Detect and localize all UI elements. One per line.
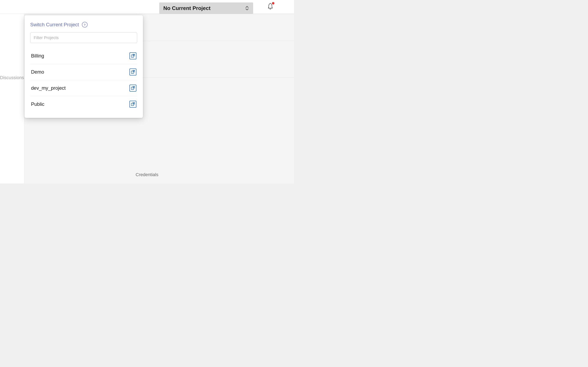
switch-project-dropdown: Switch Current Project ? Billing Demo (25, 15, 143, 118)
external-link-icon-dev-my-project[interactable] (130, 85, 136, 92)
sidebar: Discussions (0, 14, 25, 184)
notification-badge (272, 2, 274, 4)
bell-button[interactable] (267, 3, 274, 11)
project-item-demo[interactable]: Demo (30, 64, 137, 80)
project-item-billing[interactable]: Billing (30, 48, 137, 64)
credentials-label: Credentials (136, 172, 158, 177)
current-project-label: No Current Project (163, 5, 210, 11)
filter-input-wrapper (30, 33, 137, 43)
bell-icon (267, 4, 274, 11)
chevron-icon (245, 6, 249, 10)
external-link-icon-demo[interactable] (130, 68, 136, 75)
project-name-demo: Demo (31, 69, 44, 75)
project-selector-button[interactable]: No Current Project (159, 2, 253, 14)
project-name-dev-my-project: dev_my_project (31, 85, 66, 91)
project-item-public[interactable]: Public (30, 96, 137, 112)
header-divider (25, 14, 294, 14)
header-bar: No Current Project (0, 0, 294, 14)
project-name-public: Public (31, 101, 44, 107)
external-link-icon-public[interactable] (130, 101, 136, 108)
project-list: Billing Demo dev_my_project (30, 48, 137, 112)
help-icon-label: ? (84, 23, 86, 26)
project-item-dev-my-project[interactable]: dev_my_project (30, 80, 137, 96)
external-link-icon-billing[interactable] (130, 52, 136, 59)
project-name-billing: Billing (31, 53, 44, 59)
help-icon[interactable]: ? (82, 22, 87, 27)
dropdown-title: Switch Current Project (30, 22, 79, 27)
dropdown-header: Switch Current Project ? (30, 22, 137, 27)
sidebar-item-discussions[interactable]: Discussions (0, 75, 24, 80)
credentials-section: Credentials (136, 172, 158, 177)
filter-projects-input[interactable] (30, 33, 137, 43)
notification-area (267, 3, 274, 11)
